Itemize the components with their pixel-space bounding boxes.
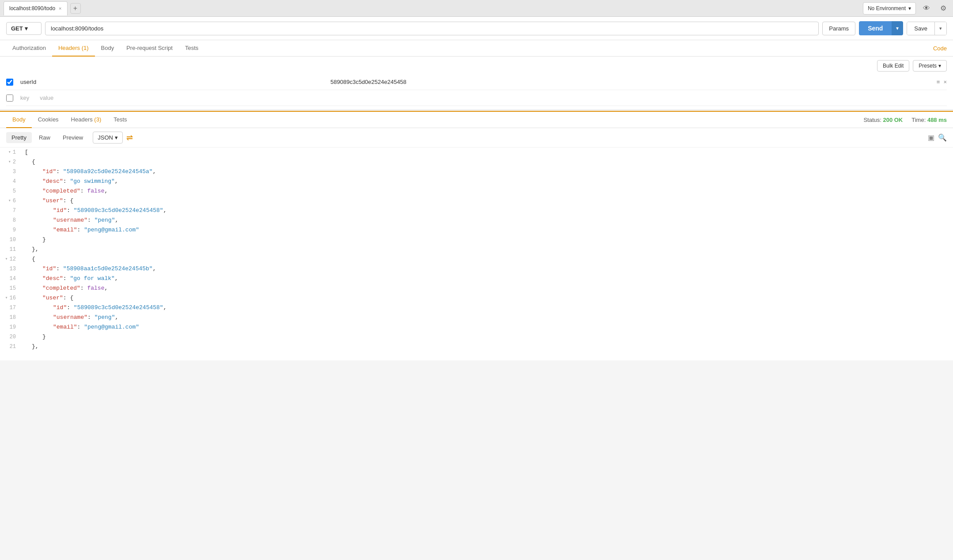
code-line-21: 21 }, (0, 342, 953, 352)
request-tabs: Authorization Headers (1) Body Pre-reque… (0, 40, 953, 57)
tab-prerequest-label: Pre-request Script (126, 45, 173, 51)
send-button[interactable]: Send (859, 21, 892, 35)
fold-arrow-12[interactable]: ▾ (5, 254, 8, 264)
resp-tab-body-label: Body (12, 116, 26, 123)
resp-tab-tests[interactable]: Tests (107, 112, 133, 128)
line-num-7: 7 (0, 206, 21, 216)
wrap-icon[interactable]: ⇌ (126, 133, 133, 143)
fold-arrow-6[interactable]: ▾ (8, 196, 11, 206)
params-button[interactable]: Params (822, 22, 855, 35)
line-num-21: 21 (0, 342, 21, 352)
response-status: Status: 200 OK Time: 488 ms (863, 117, 947, 123)
url-input[interactable] (45, 22, 819, 35)
tab-title: localhost:8090/todo (9, 5, 55, 11)
line-num-19: 19 (0, 322, 21, 332)
resp-tab-cookies[interactable]: Cookies (32, 112, 65, 128)
json-format-dropdown[interactable]: JSON ▾ (93, 132, 123, 144)
presets-arrow: ▾ (938, 63, 941, 69)
format-bar: Pretty Raw Preview JSON ▾ ⇌ ▣ 🔍 (0, 128, 953, 148)
send-button-group: Send ▾ (859, 21, 903, 35)
header-value-placeholder: value (36, 93, 57, 103)
save-dropdown-button[interactable]: ▾ (934, 22, 946, 35)
tab-close-icon[interactable]: × (59, 6, 61, 11)
line-num-11: 11 (0, 245, 21, 254)
code-line-17: 17 "id": "589089c3c5d0e2524e245458", (0, 303, 953, 313)
header-actions-1: ≡ × (937, 79, 947, 85)
resp-tab-headers[interactable]: Headers (3) (65, 112, 108, 128)
header-row-placeholder: key value (6, 90, 947, 106)
search-icon[interactable]: 🔍 (938, 133, 947, 142)
line-num-14: 14 (0, 274, 21, 284)
bulk-edit-button[interactable]: Bulk Edit (877, 60, 909, 72)
line-num-15: 15 (0, 284, 21, 293)
code-line-13: 13 "id": "58908aa1c5d0e2524e24545b", (0, 264, 953, 274)
code-line-15: 15 "completed": false, (0, 284, 953, 293)
time-value: 488 ms (927, 117, 947, 123)
code-line-9: 9 "email": "peng@gmail.com" (0, 225, 953, 235)
code-line-19: 19 "email": "peng@gmail.com" (0, 322, 953, 332)
save-button[interactable]: Save (907, 22, 934, 35)
resp-tab-body[interactable]: Body (6, 112, 32, 128)
format-pretty-button[interactable]: Pretty (6, 132, 32, 143)
tab-body[interactable]: Body (95, 40, 121, 57)
line-num-1: ▾ 1 (0, 148, 21, 157)
line-num-12: ▾ 12 (0, 254, 21, 264)
header-key-placeholder: key (17, 93, 33, 103)
env-dropdown-arrow: ▾ (908, 5, 911, 11)
fold-arrow-1[interactable]: ▾ (8, 148, 11, 157)
eye-icon[interactable]: 👁 (920, 2, 933, 15)
line-num-5: 5 (0, 186, 21, 196)
status-label: Status: 200 OK (863, 117, 903, 123)
line-num-16: ▾ 16 (0, 293, 21, 303)
tab-bar-right: No Environment ▾ 👁 ⚙ (863, 2, 949, 15)
presets-button[interactable]: Presets ▾ (913, 60, 947, 72)
tab-authorization[interactable]: Authorization (6, 40, 52, 57)
tab-headers[interactable]: Headers (1) (52, 40, 95, 57)
code-line-7: 7 "id": "589089c3c5d0e2524e245458", (0, 206, 953, 216)
copy-icon[interactable]: ▣ (928, 133, 934, 142)
close-icon-1[interactable]: × (943, 79, 947, 85)
save-button-group: Save ▾ (907, 22, 947, 35)
new-tab-button[interactable]: + (70, 3, 81, 14)
tab-bar: localhost:8090/todo × + No Environment ▾… (0, 0, 953, 17)
settings-icon[interactable]: ⚙ (937, 2, 949, 15)
code-line-3: 3 "id": "58908a92c5d0e2524e24545a", (0, 167, 953, 177)
line-num-10: 10 (0, 235, 21, 245)
code-line-4: 4 "desc": "go swimming", (0, 177, 953, 186)
code-line-20: 20 } (0, 332, 953, 342)
status-value: 200 OK (883, 117, 903, 123)
response-tabs-bar: Body Cookies Headers (3) Tests Status: 2… (0, 111, 953, 128)
menu-icon-1[interactable]: ≡ (937, 79, 940, 85)
fold-arrow-16[interactable]: ▾ (5, 293, 8, 303)
code-line-16: ▾ 16 "user": { (0, 293, 953, 303)
header-checkbox-placeholder[interactable] (6, 95, 13, 102)
header-checkbox-1[interactable] (6, 79, 13, 86)
line-num-2: ▾ 2 (0, 157, 21, 167)
code-line-6: ▾ 6 "user": { (0, 196, 953, 206)
line-num-18: 18 (0, 313, 21, 322)
format-raw-button[interactable]: Raw (34, 132, 56, 143)
code-line-10: 10 } (0, 235, 953, 245)
method-arrow: ▾ (25, 25, 28, 32)
json-dropdown-arrow: ▾ (115, 134, 118, 141)
tab-body-label: Body (101, 45, 114, 51)
code-link[interactable]: Code (933, 45, 947, 52)
method-dropdown[interactable]: GET ▾ (6, 22, 42, 35)
tab-tests[interactable]: Tests (179, 40, 204, 57)
tab-headers-label: Headers (1) (58, 45, 89, 51)
json-label: JSON (98, 134, 113, 141)
format-preview-button[interactable]: Preview (57, 132, 88, 143)
line-num-4: 4 (0, 177, 21, 186)
time-label: Time: 488 ms (911, 117, 947, 123)
headers-section: Bulk Edit Presets ▾ userId 589089c3c5d0e… (0, 57, 953, 110)
browser-tab-active[interactable]: localhost:8090/todo × (4, 1, 68, 15)
send-dropdown-button[interactable]: ▾ (892, 21, 903, 35)
code-line-1: ▾ 1 [ (0, 148, 953, 157)
tab-prerequest[interactable]: Pre-request Script (120, 40, 179, 57)
code-line-5: 5 "completed": false, (0, 186, 953, 196)
environment-dropdown[interactable]: No Environment ▾ (863, 2, 916, 15)
env-label: No Environment (868, 5, 906, 11)
response-code-area: ▾ 1 [ ▾ 2 { 3 "id": "58908a92c5d0e2524e2… (0, 148, 953, 360)
line-num-6: ▾ 6 (0, 196, 21, 206)
fold-arrow-2[interactable]: ▾ (8, 157, 11, 167)
